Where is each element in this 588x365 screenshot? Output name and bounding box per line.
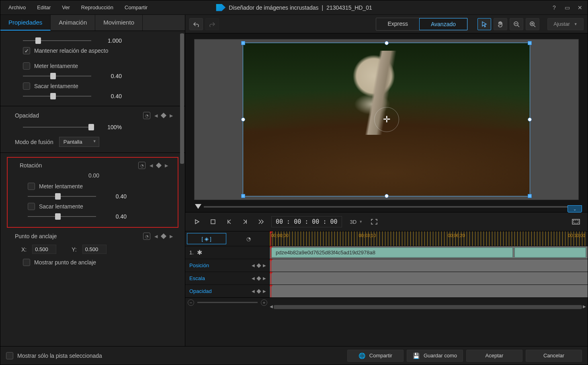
fast-fwd-button[interactable] xyxy=(255,216,267,227)
scale-easein-checkbox[interactable] xyxy=(23,62,30,70)
keep-aspect-checkbox[interactable] xyxy=(23,47,30,54)
timeline-playhead[interactable] xyxy=(270,231,271,246)
rotation-prev-keyframe[interactable]: ◀ xyxy=(150,163,153,168)
mode-express[interactable]: Express xyxy=(376,18,419,30)
undo-button[interactable] xyxy=(189,18,203,30)
scale-easeout-value[interactable]: 0.40 xyxy=(98,93,122,99)
cancel-button[interactable]: Cancelar xyxy=(526,350,582,362)
opacity-stopwatch-icon[interactable]: ◔ xyxy=(143,112,150,119)
tab-animation[interactable]: Animación xyxy=(51,15,95,31)
redo-button[interactable] xyxy=(205,18,219,30)
timeline-zoom-in[interactable]: + xyxy=(261,299,267,306)
opacity-next-keyframe[interactable]: ▶ xyxy=(170,113,173,118)
menu-archivo[interactable]: Archivo xyxy=(3,2,31,13)
track-scale[interactable]: Escala xyxy=(185,275,252,281)
track-effects-icon[interactable]: ✱ xyxy=(197,249,202,256)
timecode-display[interactable]: 00 : 00 : 00 : 00 xyxy=(271,216,342,227)
clip-bar-main[interactable]: pdze4b82a9e0d7625d83f4c5ad19d2978a8 xyxy=(271,247,513,258)
properties-scroll[interactable]: 1.000 Mantener relación de aspecto Meter… xyxy=(0,31,185,346)
tab-properties[interactable]: Propiedades xyxy=(0,15,51,31)
step-fwd-button[interactable] xyxy=(239,216,251,227)
track-opacity[interactable]: Opacidad xyxy=(185,288,252,294)
scrollbar-thumb[interactable] xyxy=(180,33,184,164)
pos-next-kf[interactable]: ▶ xyxy=(263,263,266,268)
opacity-value[interactable]: 100% xyxy=(98,124,122,130)
hand-tool-icon[interactable] xyxy=(494,18,507,30)
timeline-clock-mode[interactable]: ◔ xyxy=(229,233,268,244)
hscroll-thumb[interactable] xyxy=(274,305,582,309)
share-button[interactable]: 🌐 Compartir xyxy=(347,350,404,362)
stop-button[interactable] xyxy=(207,216,219,227)
rotation-value[interactable]: 0.00 xyxy=(88,172,99,179)
accept-button[interactable]: Aceptar xyxy=(466,350,522,362)
anchor-prev-keyframe[interactable]: ◀ xyxy=(154,234,158,239)
timeline-ruler[interactable]: 00;00;00 00;03;10 00;06;20 00;10;00 xyxy=(270,231,588,246)
show-selected-track-checkbox[interactable] xyxy=(6,352,13,359)
anchor-x-input[interactable] xyxy=(32,245,56,254)
scale-easein-value[interactable]: 0.40 xyxy=(98,73,122,79)
3d-dropdown[interactable]: 3D▼ xyxy=(346,217,365,227)
rotation-stopwatch-icon[interactable]: ◔ xyxy=(138,162,145,169)
tab-motion[interactable]: Movimiento xyxy=(95,15,143,31)
rotation-easeout-slider[interactable] xyxy=(28,212,96,221)
help-button[interactable]: ? xyxy=(549,2,559,13)
scale-next-kf[interactable]: ▶ xyxy=(263,276,266,280)
blend-mode-dropdown[interactable]: Pantalla xyxy=(59,137,99,147)
fullscreen-button[interactable] xyxy=(368,216,380,227)
pos-add-kf[interactable] xyxy=(256,263,261,268)
collapse-timeline-icon[interactable]: ⌄ xyxy=(568,205,582,212)
hscroll-right[interactable]: ▶ xyxy=(583,304,588,309)
scale-lane[interactable] xyxy=(270,272,588,285)
track-position[interactable]: Posición xyxy=(185,262,252,268)
timeline-zoom-slider[interactable] xyxy=(197,302,258,303)
rotation-easein-slider[interactable] xyxy=(28,192,96,200)
timeline-zoom-out[interactable]: − xyxy=(188,299,194,306)
safe-zone-button[interactable] xyxy=(570,216,582,227)
rotation-easeout-value[interactable]: 0.40 xyxy=(102,213,127,220)
menu-editar[interactable]: Editar xyxy=(31,2,56,13)
mode-advanced[interactable]: Avanzado xyxy=(419,18,467,30)
opacity-lane[interactable] xyxy=(270,285,588,297)
zoom-fit-dropdown[interactable]: Ajustar ▼ xyxy=(547,18,584,30)
zoom-in-button[interactable] xyxy=(526,18,539,30)
rotation-add-keyframe[interactable] xyxy=(156,163,162,168)
rotation-easein-checkbox[interactable] xyxy=(28,183,35,190)
playhead-marker-icon[interactable] xyxy=(195,204,201,209)
pos-prev-kf[interactable]: ◀ xyxy=(252,263,255,268)
preview-progress[interactable] xyxy=(204,206,578,208)
anchor-y-input[interactable] xyxy=(82,245,107,254)
zoom-out-button[interactable] xyxy=(510,18,523,30)
scale-add-kf[interactable] xyxy=(256,276,261,280)
position-lane[interactable] xyxy=(270,259,588,272)
rotation-easein-value[interactable]: 0.40 xyxy=(102,193,127,200)
play-button[interactable] xyxy=(191,216,203,227)
preview-canvas[interactable] xyxy=(194,39,579,200)
maximize-button[interactable]: ▭ xyxy=(562,2,572,13)
save-as-button[interactable]: 💾 Guardar como xyxy=(407,350,463,362)
menu-compartir[interactable]: Compartir xyxy=(119,2,153,13)
close-button[interactable]: ✕ xyxy=(575,2,585,13)
menu-reproduccion[interactable]: Reproducción xyxy=(76,2,119,13)
scale-value[interactable]: 1.000 xyxy=(98,37,122,44)
opacity-slider[interactable] xyxy=(23,123,91,131)
timeline-keyframe-mode[interactable]: [ ◈ ] xyxy=(187,233,226,244)
anchor-stopwatch-icon[interactable]: ◔ xyxy=(143,233,150,240)
select-tool-icon[interactable] xyxy=(477,18,491,30)
scale-easeout-checkbox[interactable] xyxy=(23,82,30,90)
clip-bar-tail[interactable] xyxy=(514,247,586,258)
anchor-next-keyframe[interactable]: ▶ xyxy=(170,234,173,239)
clip-track[interactable]: pdze4b82a9e0d7625d83f4c5ad19d2978a8 xyxy=(270,246,588,259)
opac-add-kf[interactable] xyxy=(256,289,261,293)
opacity-add-keyframe[interactable] xyxy=(161,113,166,118)
scale-prev-kf[interactable]: ◀ xyxy=(252,276,255,280)
scale-easein-slider[interactable] xyxy=(23,72,91,80)
anchor-add-keyframe[interactable] xyxy=(161,233,166,239)
rotation-easeout-checkbox[interactable] xyxy=(28,203,35,210)
opac-prev-kf[interactable]: ◀ xyxy=(252,289,255,293)
opacity-prev-keyframe[interactable]: ◀ xyxy=(154,113,158,118)
scale-slider[interactable] xyxy=(23,37,91,45)
scale-easeout-slider[interactable] xyxy=(23,92,91,100)
menu-ver[interactable]: Ver xyxy=(56,2,76,13)
step-back-button[interactable] xyxy=(223,216,235,227)
show-anchor-checkbox[interactable] xyxy=(23,259,30,266)
